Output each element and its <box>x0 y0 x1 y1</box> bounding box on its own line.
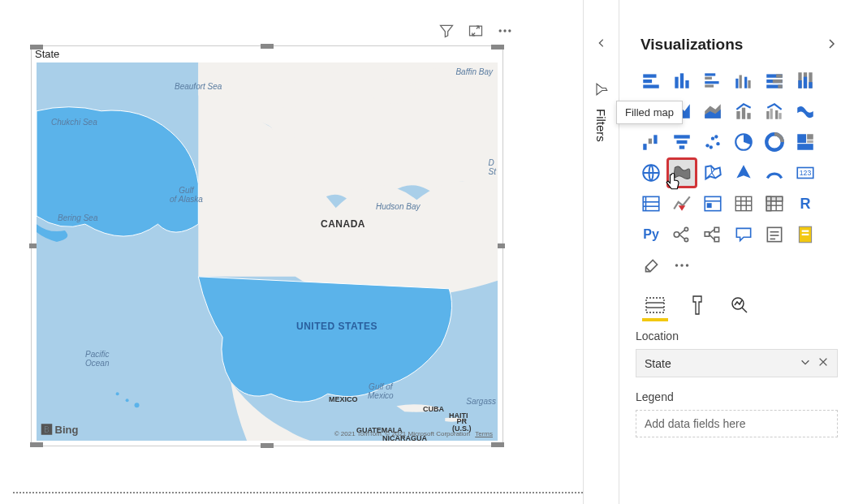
viz-filled-map-icon[interactable] <box>668 159 696 187</box>
viz-table-icon[interactable] <box>730 190 757 218</box>
viz-slicer-icon[interactable] <box>699 190 727 218</box>
svg-text:123: 123 <box>800 169 812 177</box>
svg-rect-24 <box>705 84 714 87</box>
svg-point-105 <box>675 264 678 266</box>
fields-tab[interactable] <box>644 294 666 317</box>
viz-card-icon[interactable]: 123 <box>791 159 819 187</box>
resize-handle[interactable] <box>261 44 274 49</box>
map-label-country: UNITED STATES <box>296 321 377 332</box>
analytics-tab[interactable] <box>728 294 751 317</box>
location-field-well[interactable]: State <box>636 349 838 377</box>
svg-point-7 <box>231 77 263 97</box>
viz-smart-narrative-icon[interactable] <box>761 221 788 248</box>
svg-point-14 <box>392 134 425 153</box>
viz-funnel-icon[interactable] <box>668 128 696 156</box>
map-label: Baffin Bay <box>455 67 493 76</box>
collapse-viz-icon[interactable] <box>825 37 838 53</box>
focus-mode-icon[interactable] <box>468 23 484 41</box>
svg-rect-92 <box>705 232 709 236</box>
viz-waterfall-icon[interactable] <box>637 128 665 156</box>
svg-point-90 <box>684 227 688 230</box>
viz-line-stacked-column-icon[interactable] <box>730 97 757 125</box>
viz-scatter-icon[interactable] <box>699 128 727 156</box>
visual-title: State <box>35 48 59 60</box>
viz-matrix-icon[interactable] <box>761 190 788 218</box>
filter-icon[interactable] <box>438 23 455 41</box>
filters-funnel-icon <box>594 82 609 99</box>
svg-rect-103 <box>802 234 809 235</box>
resize-handle[interactable] <box>261 443 274 448</box>
viz-qa-icon[interactable] <box>730 221 757 248</box>
svg-rect-52 <box>677 140 688 144</box>
viz-shape-map-icon[interactable] <box>699 159 727 187</box>
format-tab[interactable] <box>686 294 709 317</box>
svg-rect-50 <box>653 135 657 144</box>
legend-label: Legend <box>636 390 838 403</box>
viz-stacked-column-icon[interactable] <box>668 67 696 94</box>
viz-donut-icon[interactable] <box>761 128 788 156</box>
svg-rect-18 <box>675 77 678 88</box>
field-placeholder: Add data fields here <box>645 417 746 430</box>
svg-point-57 <box>710 145 713 149</box>
viz-multirow-card-icon[interactable] <box>637 190 665 218</box>
svg-point-5 <box>126 398 129 402</box>
svg-point-12 <box>294 124 330 147</box>
expand-filters-icon[interactable] <box>596 37 607 51</box>
location-label: Location <box>636 330 838 342</box>
viz-100-stacked-column-icon[interactable] <box>791 67 819 94</box>
svg-rect-45 <box>770 109 773 119</box>
svg-rect-34 <box>778 84 782 88</box>
viz-kpi-icon[interactable] <box>668 190 696 218</box>
svg-rect-61 <box>797 134 806 143</box>
legend-field-well[interactable]: Add data fields here <box>636 410 838 437</box>
svg-line-112 <box>742 308 747 312</box>
viz-ribbon-icon[interactable] <box>791 97 819 125</box>
svg-point-8 <box>266 82 308 108</box>
viz-key-influencers-icon[interactable] <box>668 221 696 248</box>
chevron-down-icon[interactable] <box>800 356 811 370</box>
viz-get-more-icon[interactable] <box>637 252 665 279</box>
terms-link[interactable]: Terms <box>475 430 493 437</box>
remove-field-icon[interactable] <box>817 356 829 370</box>
resize-handle[interactable] <box>491 442 504 447</box>
map-label: Hudson Bay <box>376 202 420 211</box>
viz-line-clustered-column-icon[interactable] <box>761 97 788 125</box>
svg-rect-62 <box>807 134 813 140</box>
viz-pie-icon[interactable] <box>730 128 757 156</box>
svg-rect-48 <box>643 144 646 150</box>
viz-treemap-icon[interactable] <box>791 128 819 156</box>
more-options-icon[interactable] <box>497 23 513 41</box>
viz-r-script-icon[interactable]: R <box>791 190 819 218</box>
viz-clustered-bar-icon[interactable] <box>699 67 727 94</box>
field-name: State <box>645 357 671 370</box>
map-canvas[interactable]: Beaufort Sea Baffin Bay Chukchi Sea Beri… <box>37 62 498 441</box>
resize-handle[interactable] <box>30 442 43 447</box>
filled-map-visual[interactable]: State <box>31 45 503 446</box>
viz-100-stacked-bar-icon[interactable] <box>761 67 788 94</box>
field-format-tabs <box>619 286 854 317</box>
viz-clustered-column-icon[interactable] <box>730 67 757 94</box>
viz-gauge-icon[interactable] <box>761 159 788 187</box>
map-attribution: © 2021 TomTom, © 2021 Microsoft Corporat… <box>331 430 493 437</box>
viz-stacked-bar-icon[interactable] <box>637 67 665 94</box>
viz-azure-map-icon[interactable] <box>730 159 757 187</box>
resize-handle[interactable] <box>491 45 504 50</box>
viz-python-icon[interactable]: Py <box>637 221 665 248</box>
svg-rect-22 <box>705 77 712 80</box>
svg-rect-17 <box>643 84 659 88</box>
svg-rect-15 <box>643 74 656 77</box>
location-field-section: Location State <box>619 317 854 377</box>
viz-map-icon[interactable] <box>637 159 665 187</box>
legend-field-section: Legend Add data fields here <box>619 377 854 437</box>
svg-point-55 <box>711 137 714 140</box>
svg-rect-64 <box>797 144 813 150</box>
svg-point-58 <box>714 135 718 138</box>
filters-label[interactable]: Filters <box>594 109 608 142</box>
viz-stacked-area-icon[interactable] <box>699 97 727 125</box>
viz-more-options-icon[interactable] <box>668 252 696 279</box>
report-canvas[interactable]: State <box>0 0 583 504</box>
svg-rect-38 <box>804 77 807 88</box>
viz-paginated-report-icon[interactable] <box>791 221 819 248</box>
visual-header-toolbar <box>438 23 513 41</box>
viz-decomposition-tree-icon[interactable] <box>699 221 727 248</box>
